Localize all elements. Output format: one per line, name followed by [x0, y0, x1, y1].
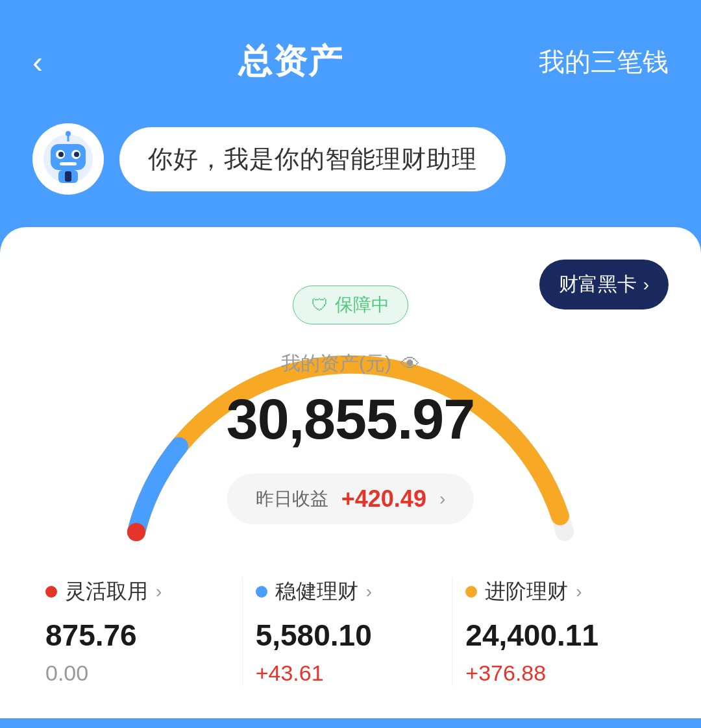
greeting-text: 你好，我是你的智能理财助理 — [148, 145, 477, 173]
svg-point-7 — [74, 152, 79, 157]
category-item[interactable]: 进阶理财 › 24,400.11 +376.88 — [452, 577, 662, 686]
eye-icon[interactable]: 👁 — [400, 353, 420, 375]
yesterday-chevron: › — [439, 489, 445, 509]
main-card: 财富黑卡 › 🛡 保障中 我的资产(元) — [0, 227, 701, 718]
category-item[interactable]: 稳健理财 › 5,580.10 +43.61 — [242, 577, 452, 686]
gauge-wrapper: 🛡 保障中 我的资产(元) 👁 30,855.97 昨日收益 +420.49 › — [84, 273, 617, 558]
header: ‹ 总资产 我的三笔钱 — [0, 0, 701, 104]
status-label: 保障中 — [335, 293, 389, 317]
bot-avatar — [32, 123, 104, 195]
page-title: 总资产 — [238, 39, 343, 84]
category-chevron: › — [576, 581, 582, 602]
category-header: 进阶理财 › — [465, 577, 582, 606]
categories: 灵活取用 › 875.76 0.00 稳健理财 › 5,580.10 +43.6… — [32, 577, 669, 686]
svg-point-11 — [127, 523, 145, 541]
asset-label-text: 我的资产(元) — [281, 350, 391, 377]
category-chevron: › — [366, 581, 372, 602]
category-earnings: +43.61 — [256, 661, 324, 686]
status-badge: 🛡 保障中 — [293, 285, 408, 324]
category-chevron: › — [156, 581, 162, 602]
back-button[interactable]: ‹ — [32, 44, 43, 80]
category-name: 灵活取用 — [65, 577, 148, 606]
greeting-area: 你好，我是你的智能理财助理 — [0, 104, 701, 227]
svg-rect-8 — [60, 162, 77, 165]
gauge-container: 🛡 保障中 我的资产(元) 👁 30,855.97 昨日收益 +420.49 › — [32, 273, 669, 558]
shield-icon: 🛡 — [312, 295, 328, 315]
category-dot — [465, 586, 477, 598]
category-value: 24,400.11 — [465, 618, 598, 653]
yesterday-value: +420.49 — [341, 485, 426, 513]
category-name: 稳健理财 — [275, 577, 358, 606]
category-earnings: 0.00 — [45, 661, 88, 686]
category-value: 5,580.10 — [256, 618, 372, 653]
category-item[interactable]: 灵活取用 › 875.76 0.00 — [39, 577, 242, 686]
category-value: 875.76 — [45, 618, 137, 653]
category-header: 稳健理财 › — [256, 577, 372, 606]
category-header: 灵活取用 › — [45, 577, 162, 606]
svg-point-6 — [58, 152, 64, 157]
greeting-bubble: 你好，我是你的智能理财助理 — [119, 127, 506, 191]
svg-rect-10 — [65, 171, 71, 182]
category-name: 进阶理财 — [485, 577, 568, 606]
svg-rect-3 — [51, 144, 86, 170]
yesterday-label: 昨日收益 — [256, 487, 328, 511]
category-dot — [45, 586, 57, 598]
category-earnings: +376.88 — [465, 661, 546, 686]
svg-point-2 — [66, 131, 71, 136]
category-dot — [256, 586, 267, 598]
yesterday-earnings[interactable]: 昨日收益 +420.49 › — [227, 474, 474, 524]
asset-label: 我的资产(元) 👁 — [281, 350, 420, 377]
asset-value: 30,855.97 — [227, 386, 475, 452]
three-money-link[interactable]: 我的三笔钱 — [539, 44, 669, 80]
